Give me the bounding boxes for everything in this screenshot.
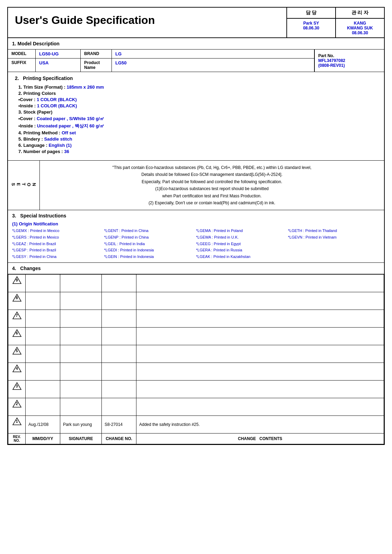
change-no-header: CHANGE NO. bbox=[102, 434, 136, 444]
spec-item-2: •Cover : 1 COLOR (BLACK) bbox=[18, 97, 377, 102]
spec-item-6: •Inside : Uncoated paper , 백상지 60 g/㎡ bbox=[18, 123, 377, 129]
title-cell: User's Guide Specification bbox=[8, 8, 287, 37]
rev-cell: 1 bbox=[8, 416, 26, 434]
table-row: 5 bbox=[8, 345, 384, 363]
person1-date: 08.06.30 bbox=[291, 26, 332, 30]
date-header: MM/DD/YY bbox=[26, 434, 60, 444]
model-val: LG50-UG bbox=[36, 50, 81, 58]
table-row: 8 bbox=[8, 292, 384, 310]
part-no-value: MFL34797082(0808-REV01) bbox=[318, 58, 381, 68]
contents-cell bbox=[136, 275, 384, 292]
person1-cell: Park SY 08.06.30 bbox=[287, 19, 336, 37]
spec-item-10: 7. Number of pages : 36 bbox=[18, 149, 377, 154]
spec-item-4: 3. Stock (Paper) bbox=[18, 109, 377, 115]
table-row: 7 bbox=[8, 310, 384, 328]
part-no-label: Part No. bbox=[318, 53, 381, 58]
origin-0: *LGEMX : Printed in Mexico bbox=[12, 228, 104, 234]
date-cell bbox=[26, 310, 60, 328]
spec-item-7: 4. Printing Method : Off set bbox=[18, 130, 377, 135]
section4-title: 4. Changes bbox=[8, 263, 384, 274]
sig-cell bbox=[60, 292, 102, 310]
rev-cell: 2 bbox=[8, 398, 26, 416]
rev-cell: 9 bbox=[8, 275, 26, 292]
change-no-cell: S8-27014 bbox=[102, 416, 136, 434]
notes-content: "This part contain Eco-hazardous substan… bbox=[40, 161, 384, 210]
sig-cell bbox=[60, 381, 102, 398]
contents-cell bbox=[136, 292, 384, 310]
rev-cell: 6 bbox=[8, 328, 26, 345]
change-no-cell bbox=[102, 381, 136, 398]
notes-label: NOTES bbox=[8, 161, 40, 210]
sig-cell bbox=[60, 275, 102, 292]
section4: 4. Changes 9 bbox=[8, 263, 384, 444]
origin-blank1 bbox=[288, 241, 380, 247]
origin-15: *LGETH : Printed in Thailand bbox=[288, 228, 380, 234]
sig-cell bbox=[60, 328, 102, 345]
person2-name: KANGKWANG SUK bbox=[339, 21, 381, 30]
origin-4: *LGESY : Printed in China bbox=[12, 254, 104, 260]
table-header-row: REV.NO. MM/DD/YY SIGNATURE CHANGE NO. CH… bbox=[8, 434, 384, 444]
person1-name: Park SY bbox=[291, 21, 332, 26]
sig-cell bbox=[60, 345, 102, 363]
origin-12: *LGEEG : Printed in Egypt bbox=[196, 241, 288, 247]
brand-key: BRAND bbox=[81, 50, 112, 58]
origin-13: *LGERA : Printed in Russia bbox=[196, 247, 288, 253]
model-row2: SUFFIX USA Product Name LG50 bbox=[8, 59, 314, 72]
contents-header: CHANGE CONTENTS bbox=[136, 434, 384, 444]
spec-item-5: •Cover : Coated paper , S/White 150 g/㎡ bbox=[18, 116, 377, 122]
rev-cell: 5 bbox=[8, 345, 26, 363]
origin-3: *LGESP : Printed in Brazil bbox=[12, 247, 104, 253]
section2-title: 2. Printing Specification bbox=[15, 75, 377, 81]
sig-cell: Park sun young bbox=[60, 416, 102, 434]
origin-5: *LGENT : Printed in China bbox=[104, 228, 196, 234]
document-title: User's Guide Specification bbox=[15, 14, 279, 27]
changes-tbody: 9 8 bbox=[8, 275, 384, 444]
spec-item-8: 5. Bindery : Saddle stitch bbox=[18, 136, 377, 142]
date-cell bbox=[26, 345, 60, 363]
contents-cell bbox=[136, 328, 384, 345]
contents-cell bbox=[136, 345, 384, 363]
origin-1: *LGERS : Printed in Mexico bbox=[12, 234, 104, 241]
suffix-key: SUFFIX bbox=[8, 59, 36, 72]
contents-cell: Added the safety instruction #25. bbox=[136, 416, 384, 434]
origin-6: *LGENP : Printed in China bbox=[104, 234, 196, 241]
date-cell bbox=[26, 328, 60, 345]
model-table-area: MODEL LG50-UG BRAND LG SUFFIX USA Produc… bbox=[8, 49, 384, 72]
origin-2: *LGEAZ : Printed in Brazil bbox=[12, 241, 104, 247]
changes-table: 9 8 bbox=[8, 274, 384, 444]
origin-title: (1) Origin Notification bbox=[12, 221, 380, 226]
product-key: Product Name bbox=[81, 59, 112, 72]
origin-10: *LGEMA : Printed in Poland bbox=[196, 228, 288, 234]
rev-header: REV.NO. bbox=[8, 434, 26, 444]
contents-cell bbox=[136, 363, 384, 381]
table-row: 1 Aug./12/08 Park sun young S8-27014 Add… bbox=[8, 416, 384, 434]
header-top-row: 담 당 관 리 자 bbox=[287, 8, 384, 19]
change-no-cell bbox=[102, 345, 136, 363]
suffix-val: USA bbox=[36, 59, 81, 72]
origin-8: *LGEDI : Printed in Indonesia bbox=[104, 247, 196, 253]
rev-cell: 3 bbox=[8, 381, 26, 398]
change-no-cell bbox=[102, 363, 136, 381]
section1-header: 1. Model Description bbox=[8, 38, 384, 49]
signature-header: SIGNATURE bbox=[60, 434, 102, 444]
contents-cell bbox=[136, 310, 384, 328]
section1: 1. Model Description MODEL LG50-UG BRAND… bbox=[8, 38, 384, 72]
print-spec-list: 1. Trim Size (Format) : 185mm x 260 mm 2… bbox=[15, 84, 377, 154]
sig-cell bbox=[60, 363, 102, 381]
spec-item-0: 1. Trim Size (Format) : 185mm x 260 mm bbox=[18, 84, 377, 90]
change-no-cell bbox=[102, 310, 136, 328]
contents-cell bbox=[136, 398, 384, 416]
origin-16: *LGEVN : Printed in Vietnam bbox=[288, 234, 380, 241]
rev-cell: 4 bbox=[8, 363, 26, 381]
change-no-cell bbox=[102, 328, 136, 345]
sig-cell bbox=[60, 398, 102, 416]
product-val: LG50 bbox=[112, 59, 314, 72]
section3: 3. Special Instructions (1) Origin Notif… bbox=[8, 210, 384, 263]
section3-title: 3. Special Instructions bbox=[12, 213, 380, 218]
document-header: User's Guide Specification 담 당 관 리 자 Par… bbox=[8, 8, 384, 38]
spec-item-1: 2. Printing Colors bbox=[18, 91, 377, 96]
model-row1: MODEL LG50-UG BRAND LG bbox=[8, 50, 314, 59]
date-cell bbox=[26, 275, 60, 292]
spec-item-3: •Inside : 1 COLOR (BLACK) bbox=[18, 103, 377, 108]
table-row: 2 bbox=[8, 398, 384, 416]
